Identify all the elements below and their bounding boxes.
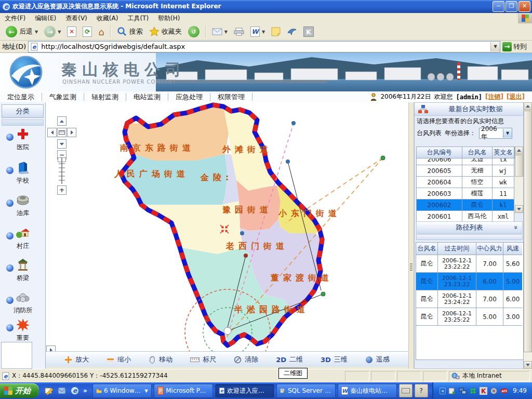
horizontal-splitter[interactable] [416, 234, 523, 240]
forward-button[interactable]: →▼ [42, 25, 63, 38]
tray-grid-icon[interactable] [469, 387, 477, 395]
back-button[interactable]: ← 后退▼ [3, 25, 41, 38]
tray-sql-icon[interactable] [448, 387, 456, 395]
history-button[interactable]: ↺ [185, 25, 202, 38]
map-ruler-tool[interactable]: 标尺 [190, 355, 216, 364]
favorites-button[interactable]: 收藏夹 [147, 25, 184, 38]
search-button[interactable]: 搜索 [114, 25, 145, 38]
start-button[interactable]: 开始 [0, 383, 39, 398]
center-ruler-button[interactable] [57, 128, 66, 137]
table-row[interactable]: 200601 西马伦 xml [417, 211, 515, 222]
kaspersky-button[interactable]: K [301, 25, 316, 38]
address-input[interactable] [40, 42, 490, 51]
hide-icons-chevron[interactable]: « [440, 388, 446, 394]
scroll-down-button[interactable] [515, 205, 523, 213]
table-row[interactable]: 200603 榴莲 11 [417, 188, 515, 200]
help-language-button[interactable]: ? [415, 384, 428, 397]
tray-volume-icon[interactable] [490, 387, 498, 395]
year-select[interactable]: 2006年 ▼ [479, 128, 512, 139]
tray-ati-icon[interactable]: ATI [500, 387, 508, 395]
menu-view[interactable]: 查看(V) [61, 14, 92, 23]
tab-permission-manage[interactable]: 权限管理 [210, 93, 252, 101]
print-button[interactable] [231, 26, 247, 37]
sidebar-item-oil-depot[interactable]: 油库 [0, 193, 46, 217]
sidebar-expand-button[interactable] [46, 345, 56, 351]
home-button[interactable]: ⌂ [96, 25, 107, 38]
sidebar-item-school[interactable]: 学校 [0, 161, 46, 184]
sidebar-item-hospital[interactable]: 医院 [0, 127, 46, 151]
table-row[interactable]: 昆仑 2006-12-1 23:22:22 7.00 5.60 [416, 255, 523, 273]
task-button-emergency-system[interactable]: e 欢迎进入应急资... [215, 384, 274, 398]
task-button-powerpoint[interactable]: P Microsoft PowerP... [154, 384, 213, 398]
exit-link[interactable]: [退出] [507, 92, 525, 101]
stop-button[interactable]: ✕ [64, 25, 79, 38]
menu-favorites[interactable]: 收藏(A) [92, 14, 123, 23]
pan-left-button[interactable] [47, 128, 57, 137]
tab-station-monitor[interactable]: 电站监测 [126, 93, 168, 101]
menu-tools[interactable]: 工具(T) [123, 14, 153, 23]
pan-right-button[interactable] [67, 128, 76, 137]
menu-edit[interactable]: 编辑(E) [30, 14, 61, 23]
scroll-thumb[interactable] [524, 111, 532, 352]
sidebar-item-village[interactable]: 村庄 [0, 226, 46, 249]
map-canvas[interactable]: 南京东路街道 外滩街道 人民广场街道 金陵: 豫园街道 小东门街道 老西门街道 … [46, 102, 408, 351]
task-button-explorer-group[interactable]: 6 Windows Expl... ▼ [92, 384, 152, 398]
map-2d-tool[interactable]: 2D 二维 [276, 355, 303, 364]
map-zoom-in-tool[interactable]: 放大 [64, 355, 89, 364]
map-zoom-out-tool[interactable]: 缩小 [107, 355, 131, 364]
keyboard-language-button[interactable] [399, 384, 413, 397]
go-button[interactable]: → 转到 [502, 42, 530, 51]
table-row[interactable]: 昆仑 2006-12-1 23:24:22 7.00 6.00 [416, 290, 523, 308]
table-row[interactable]: 200605 无稽 wj [417, 165, 515, 177]
logout-link[interactable]: [注销] [485, 92, 503, 101]
show-desktop-icon[interactable] [44, 386, 54, 395]
scroll-up-button[interactable] [524, 102, 532, 110]
collapse-chevron-icon[interactable]: » [510, 225, 522, 230]
sidebar-item-fire-station[interactable]: 消防所 [0, 290, 46, 314]
menu-file[interactable]: 文件(F) [0, 14, 30, 23]
edit-word-button[interactable]: W▼ [248, 25, 268, 38]
menu-help[interactable]: 帮助(H) [153, 14, 184, 23]
netants-button[interactable] [284, 26, 300, 37]
path-list-header[interactable]: 路径列表 » [416, 221, 523, 234]
address-dropdown-button[interactable]: ▼ [490, 42, 500, 51]
scroll-down-button[interactable] [524, 361, 532, 369]
map-clear-tool[interactable]: 清除 [234, 355, 258, 364]
zoom-slider-track[interactable] [57, 156, 66, 185]
table-row-selected[interactable]: 昆仑 2006-12-1 23:23:22 6.00 5.00 [416, 273, 523, 290]
map-3d-tool[interactable]: 3D 三维 [321, 355, 348, 364]
mail-button[interactable]: ▼ [209, 27, 230, 36]
pan-up-button[interactable] [57, 116, 66, 126]
table-row[interactable]: 200604 悟空 wk [417, 177, 515, 188]
pan-down-button[interactable] [57, 139, 66, 149]
table-row-selected[interactable]: 200602 昆仑 kl [417, 200, 515, 211]
window-scrollbar[interactable] [524, 102, 532, 369]
map-pan-tool[interactable]: 移动 [149, 355, 172, 364]
minimize-button[interactable]: ─ [493, 1, 504, 12]
scroll-up-button[interactable] [515, 147, 523, 154]
tab-weather-monitor[interactable]: 气象监测 [42, 93, 84, 101]
tab-radiation-monitor[interactable]: 辐射监测 [84, 93, 126, 101]
tray-network-icon[interactable] [459, 387, 467, 395]
scroll-thumb[interactable] [515, 155, 523, 177]
outlook-icon[interactable] [57, 386, 66, 395]
ie-launch-icon[interactable]: e [70, 386, 79, 395]
table-row[interactable]: 昆仑 2006-12-1 23:25:22 5.00 3.00 [416, 308, 523, 326]
chevron-down-icon[interactable]: ▼ [503, 129, 512, 138]
zoom-in-button[interactable]: + [57, 185, 66, 195]
tab-emergency-handle[interactable]: 应急处理 [168, 93, 210, 101]
tray-kaspersky-icon[interactable]: K [480, 387, 487, 395]
close-button[interactable]: ✕ [518, 1, 530, 12]
refresh-button[interactable]: ⟳ [80, 25, 95, 38]
map-remote-sensing-tool[interactable]: 遥感 [365, 355, 390, 364]
task-button-sql-server[interactable]: SQL Server 服务... [276, 384, 336, 398]
restore-button[interactable]: ❐ [506, 1, 517, 12]
tab-locate-display[interactable]: 定位显示 [0, 93, 42, 101]
typhoon-table-scrollbar[interactable] [515, 147, 523, 213]
note-button[interactable] [269, 26, 283, 37]
task-button-word-doc[interactable]: W 秦山核电站应急... [338, 384, 397, 398]
table-row[interactable]: 200606 太虚 tx [417, 158, 515, 165]
vertical-splitter[interactable] [408, 102, 414, 369]
quick-launch-overflow[interactable]: » [83, 387, 87, 394]
sidebar-item-bridge[interactable]: 桥梁 [0, 258, 46, 282]
